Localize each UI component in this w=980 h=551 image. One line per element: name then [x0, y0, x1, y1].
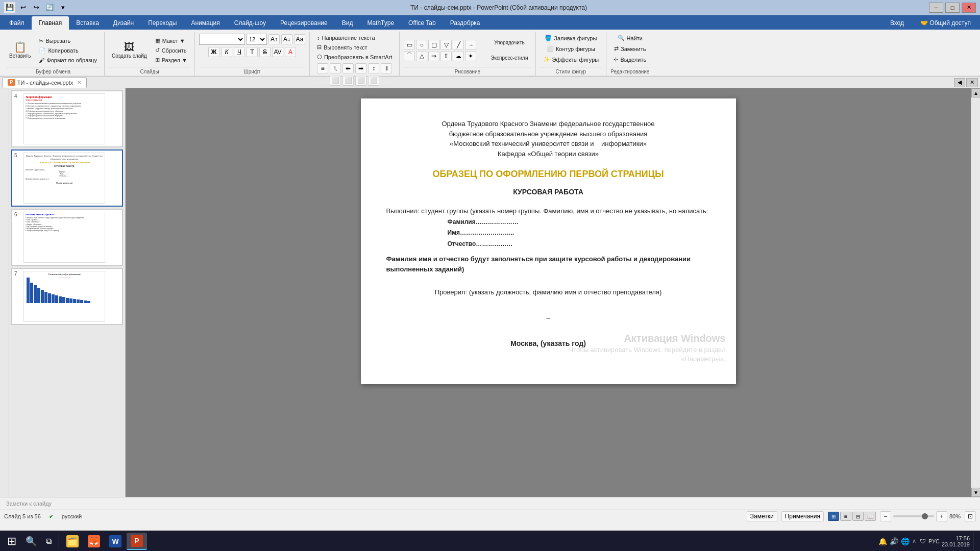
- paste-button[interactable]: 📋 Вставить: [6, 35, 34, 66]
- tab-review[interactable]: Рецензирование: [273, 16, 335, 30]
- redo-button[interactable]: ↪: [31, 2, 42, 13]
- quick-access-dropdown[interactable]: ▾: [57, 2, 68, 13]
- tab-file[interactable]: Файл: [2, 16, 32, 30]
- browser-app-button[interactable]: 🦊: [84, 533, 104, 550]
- tab-home[interactable]: Главная: [32, 16, 69, 30]
- shape-star-button[interactable]: ✦: [465, 51, 476, 61]
- outline-button[interactable]: ⬜ Контур фигуры: [544, 44, 598, 53]
- align-right-button[interactable]: ⬜: [355, 76, 366, 86]
- search-button[interactable]: 🔍: [21, 533, 41, 550]
- comments-btn[interactable]: Примечания: [781, 511, 824, 521]
- slide-canvas[interactable]: Ордена Трудового Красного Знамени федера…: [361, 98, 736, 384]
- shape-rect2-button[interactable]: ▢: [428, 40, 439, 50]
- replace-button[interactable]: ⇄ Заменить: [611, 44, 649, 53]
- tab-design[interactable]: Дизайн: [106, 16, 141, 30]
- font-size-select[interactable]: 12: [247, 34, 267, 45]
- shape-arr3-button[interactable]: ⇧: [440, 51, 452, 61]
- zoom-thumb[interactable]: [922, 513, 928, 519]
- layout-button[interactable]: ▦ Макет ▼: [152, 36, 190, 45]
- volume-icon[interactable]: 🔊: [890, 537, 899, 546]
- notification-icon[interactable]: 🔔: [878, 537, 888, 546]
- language-icon[interactable]: РУС: [929, 537, 939, 546]
- signin-button[interactable]: Вход: [883, 16, 911, 30]
- zoom-slider[interactable]: [893, 515, 934, 517]
- scroll-up-btn[interactable]: ▲: [971, 88, 980, 97]
- notes-bar[interactable]: Заметки к слайду: [0, 497, 980, 510]
- tab-slideshow[interactable]: Слайд-шоу: [227, 16, 273, 30]
- increase-indent-button[interactable]: ➡: [355, 63, 366, 73]
- shape-oval-button[interactable]: ○: [416, 40, 427, 50]
- tab-mathtype[interactable]: MathType: [360, 16, 401, 30]
- clear-format-button[interactable]: Аа: [294, 34, 305, 44]
- shape-arr-button[interactable]: →: [465, 40, 476, 50]
- shape-line-button[interactable]: ╱: [453, 40, 464, 50]
- express-styles-button[interactable]: Экспресс-стили: [487, 51, 531, 65]
- quick-access-toolbar[interactable]: 💾 ↩ ↪ 🔄 ▾: [4, 2, 68, 13]
- office-tab-file[interactable]: P ТИ - слайды-сем.pptx ✕: [2, 78, 87, 88]
- reading-view-btn[interactable]: 📖: [865, 512, 876, 521]
- undo-button[interactable]: ↩: [17, 2, 29, 13]
- effects-button[interactable]: ✨ Эффекты фигуры: [540, 55, 602, 64]
- text-direction-button[interactable]: ↕ Направление текста: [314, 34, 395, 42]
- zoom-out-btn[interactable]: −: [880, 511, 891, 521]
- shape-curve-button[interactable]: ⌒: [404, 51, 415, 61]
- convert-smartart-button[interactable]: ⬡ Преобразовать в SmartArt: [314, 53, 395, 61]
- word-app-button[interactable]: W: [105, 533, 126, 550]
- shape-more-button[interactable]: ▽: [440, 40, 452, 50]
- italic-button[interactable]: К: [221, 47, 232, 57]
- bullets-button[interactable]: ≡: [317, 63, 328, 73]
- underline-button[interactable]: Ч: [234, 47, 245, 57]
- tab-view[interactable]: Вид: [335, 16, 360, 30]
- shape-arr2-button[interactable]: ⇒: [428, 51, 439, 61]
- network-icon[interactable]: 🌐: [901, 537, 910, 546]
- tab-extra[interactable]: Раздобрка: [443, 16, 487, 30]
- share-button[interactable]: 🤝 Общий доступ: [913, 16, 978, 30]
- bold-button[interactable]: Ж: [208, 47, 219, 57]
- line-spacing-button[interactable]: ↕: [368, 63, 379, 73]
- tab-officetab[interactable]: Office Tab: [401, 16, 443, 30]
- strikethrough-button[interactable]: S: [259, 47, 271, 57]
- format-painter-button[interactable]: 🖌 Формат по образцу: [36, 56, 100, 64]
- powerpoint-app-button[interactable]: P: [127, 533, 147, 550]
- fill-button[interactable]: 🪣 Заливка фигуры: [542, 34, 600, 42]
- shape-rect-button[interactable]: ▭: [404, 40, 415, 50]
- maximize-button[interactable]: □: [945, 3, 960, 13]
- show-desktop-btn[interactable]: [973, 533, 977, 550]
- shape-callout-button[interactable]: ☁: [453, 51, 464, 61]
- scroll-down-btn[interactable]: ▼: [971, 488, 980, 497]
- notes-btn[interactable]: Заметки: [747, 511, 777, 521]
- char-spacing-button[interactable]: AV: [272, 47, 283, 57]
- shape-tri-button[interactable]: △: [416, 51, 427, 61]
- numbering-button[interactable]: ⒈: [330, 63, 341, 73]
- align-text-button[interactable]: ⊟ Выровнять текст: [314, 43, 395, 52]
- align-left-button[interactable]: ⬜: [330, 76, 341, 86]
- minimize-button[interactable]: ─: [929, 3, 943, 13]
- tab-animation[interactable]: Анимация: [184, 16, 227, 30]
- refresh-button[interactable]: 🔄: [44, 2, 55, 13]
- antivirus-icon[interactable]: 🛡: [918, 537, 927, 546]
- close-button[interactable]: ✕: [962, 3, 976, 13]
- decrease-indent-button[interactable]: ⬅: [342, 63, 354, 73]
- start-button[interactable]: ⊞: [3, 533, 20, 550]
- fit-window-btn[interactable]: ⊡: [965, 511, 976, 521]
- decrease-font-button[interactable]: A↓: [281, 34, 292, 44]
- columns-button[interactable]: ⫴: [381, 63, 392, 73]
- reset-button[interactable]: ↺ Сбросить: [152, 46, 190, 55]
- align-center-button[interactable]: ⬜: [342, 76, 354, 86]
- tab-insert[interactable]: Вставка: [69, 16, 106, 30]
- font-color-button[interactable]: А: [285, 47, 296, 57]
- copy-button[interactable]: 📄 Копировать: [36, 46, 100, 55]
- zoom-in-btn[interactable]: +: [936, 511, 947, 521]
- cut-button[interactable]: ✂ Вырезать: [36, 37, 100, 45]
- section-button[interactable]: ⊞ Раздел ▼: [152, 56, 190, 64]
- slide-thumbnail-6[interactable]: 6 КУРСОВАЯ РАБОТА СОДЕРЖИТ: • Фамилия, И…: [11, 209, 123, 266]
- select-button[interactable]: ⊹ Выделить: [610, 55, 649, 64]
- slide-thumbnail-7[interactable]: 7 Статистика букв (по убыванию) ————————: [11, 268, 123, 325]
- save-button[interactable]: 💾: [4, 2, 15, 13]
- task-view-button[interactable]: ⧉: [42, 533, 56, 550]
- shadow-button[interactable]: Т: [247, 47, 258, 57]
- office-tab-close[interactable]: ✕: [77, 80, 81, 85]
- slide-thumbnail-4[interactable]: 4 Теория информации ТЕМЫ РЕФЕРАТОВ: 1. И…: [11, 90, 123, 147]
- outline-view-btn[interactable]: ≡: [840, 512, 851, 521]
- tab-transitions[interactable]: Переходы: [141, 16, 184, 30]
